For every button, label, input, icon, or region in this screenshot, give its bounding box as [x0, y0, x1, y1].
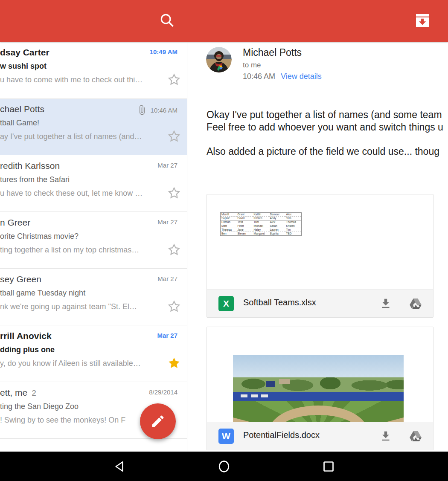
archive-icon[interactable]	[414, 12, 431, 29]
star-outline-icon[interactable]	[166, 185, 182, 201]
preview-text: y, do you know if Aileen is still availa…	[0, 359, 154, 368]
preview-text: u have to come with me to check out thi…	[0, 75, 154, 84]
star-filled-icon[interactable]	[166, 356, 182, 371]
body-text: Okay I've put together a list of names (…	[207, 109, 442, 121]
sender-name: sey Green	[0, 274, 41, 284]
attachment-paperclip-icon	[137, 105, 147, 115]
avatar-photo	[206, 47, 232, 72]
download-icon[interactable]	[378, 296, 393, 311]
compose-pencil-icon	[150, 414, 166, 429]
attachment-filename: Softball Teams.xlsx	[243, 298, 316, 307]
subject: dding plus one	[0, 345, 55, 354]
home-icon[interactable]	[216, 459, 232, 474]
sender-name: redith Karlsson	[0, 161, 60, 171]
sender-name: ett, me2	[0, 388, 36, 398]
list-item[interactable]: rrill Anovick Mar 27 dding plus one y, d…	[0, 326, 187, 382]
thread-count: 2	[32, 388, 36, 397]
list-item[interactable]: sey Green Mar 27 tball game Tuesday nigh…	[0, 269, 187, 325]
sender-name: rrill Anovick	[0, 331, 52, 341]
timestamp: Mar 27	[157, 162, 177, 169]
preview-text: ay I've put together a list of names (an…	[0, 132, 154, 141]
star-outline-icon[interactable]	[166, 129, 182, 144]
back-icon[interactable]	[112, 459, 128, 474]
message-time: 10:46 AM	[243, 72, 275, 81]
star-outline-icon[interactable]	[166, 299, 182, 314]
timestamp: Mar 27	[157, 275, 177, 282]
timestamp: 8/29/2014	[149, 388, 177, 396]
sender-name: chael Potts	[0, 104, 44, 114]
body-text: Also added a picture of the field we cou…	[207, 146, 439, 157]
attachment-filename: PotentialFields.docx	[243, 430, 320, 440]
sender-avatar[interactable]	[206, 47, 232, 72]
download-icon[interactable]	[378, 429, 393, 443]
attachment-card-docx[interactable]: W PotentialFields.docx	[207, 327, 433, 450]
subject: tball Game!	[0, 119, 39, 127]
star-outline-icon[interactable]	[166, 242, 182, 258]
drive-icon[interactable]	[408, 429, 423, 443]
preview-text: ! Swing by to see the monkeys! On F	[0, 416, 154, 425]
attachment-footer: W PotentialFields.docx	[207, 422, 433, 450]
subject: orite Christmas movie?	[0, 232, 79, 241]
preview-text: ting together a list on my top christmas…	[0, 246, 154, 255]
excel-file-icon: X	[218, 296, 234, 311]
message-meta: 10:46 AM View details	[243, 72, 322, 81]
list-item[interactable]: n Greer Mar 27 orite Christmas movie? ti…	[0, 212, 187, 269]
preview-text: nk we're going up against team "St. El…	[0, 302, 154, 311]
subject: tures from the Safari	[0, 175, 70, 184]
timestamp: Mar 27	[157, 332, 177, 339]
gmail-app: dsay Carter 10:49 AM w sushi spot u have…	[0, 0, 448, 481]
preview-text: u have to check these out, let me know …	[0, 189, 154, 198]
sender-name: dsay Carter	[0, 47, 49, 58]
android-nav-bar	[0, 452, 448, 481]
list-item[interactable]: dsay Carter 10:49 AM w sushi spot u have…	[0, 42, 187, 99]
timestamp: 10:49 AM	[150, 48, 177, 55]
list-item[interactable]: redith Karlsson Mar 27 tures from the Sa…	[0, 156, 187, 212]
sender-name: n Greer	[0, 217, 30, 228]
compose-button[interactable]	[140, 403, 176, 439]
timestamp: 10:46 AM	[151, 107, 177, 114]
attachment-footer: X Softball Teams.xlsx	[207, 289, 433, 317]
list-item-selected[interactable]: chael Potts 10:46 AM tball Game! ay I've…	[0, 99, 187, 155]
star-outline-icon[interactable]	[166, 72, 182, 87]
timestamp: Mar 27	[157, 218, 177, 226]
field-photo-preview	[233, 355, 404, 423]
message-sender: Michael Potts	[243, 47, 302, 58]
subject: tball game Tuesday night	[0, 289, 85, 298]
attachment-card-xlsx[interactable]: MerrillGrantKaitlinSameerAlex SophieDavi…	[207, 194, 433, 318]
body-text: Feel free to add whoever you want and sw…	[207, 122, 443, 133]
view-details-link[interactable]: View details	[281, 72, 322, 81]
subject: w sushi spot	[0, 62, 47, 71]
subject: ting the San Diego Zoo	[0, 402, 79, 411]
spreadsheet-preview: MerrillGrantKaitlinSameerAlex SophieDavi…	[220, 212, 302, 236]
top-action-bar	[0, 0, 448, 42]
conversation-list: dsay Carter 10:49 AM w sushi spot u have…	[0, 42, 187, 452]
recents-icon[interactable]	[321, 459, 336, 474]
search-icon[interactable]	[159, 12, 176, 29]
message-detail-pane: Michael Potts to me 10:46 AM View detail…	[187, 42, 448, 452]
pane-divider	[187, 42, 187, 452]
drive-icon[interactable]	[408, 296, 423, 311]
message-recipient[interactable]: to me	[243, 61, 261, 70]
word-file-icon: W	[218, 429, 234, 444]
